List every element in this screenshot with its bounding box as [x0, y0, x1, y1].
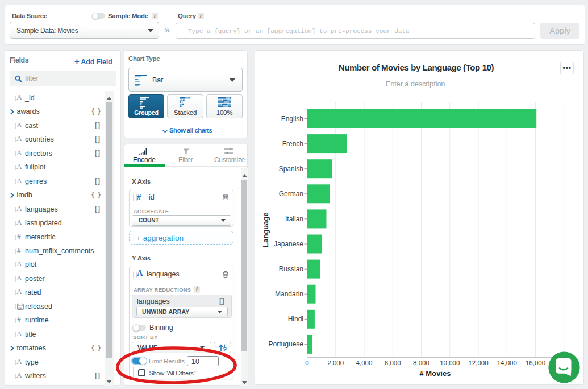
svg-text:10,000: 10,000 — [440, 359, 460, 366]
svg-text:16,000: 16,000 — [526, 359, 545, 366]
svg-text:English: English — [281, 115, 303, 123]
svg-text:French: French — [282, 140, 303, 148]
svg-text:German: German — [279, 190, 303, 198]
svg-text:2,000: 2,000 — [327, 359, 344, 366]
svg-text:14,000: 14,000 — [497, 359, 517, 366]
svg-text:Italian: Italian — [285, 215, 303, 223]
svg-text:Japanese: Japanese — [274, 240, 303, 248]
svg-text:0: 0 — [305, 359, 308, 366]
svg-text:Russian: Russian — [279, 265, 303, 273]
svg-text:Mandarin: Mandarin — [275, 290, 303, 298]
svg-text:Spanish: Spanish — [279, 165, 303, 173]
svg-text:Hindi: Hindi — [288, 315, 303, 323]
svg-text:12,000: 12,000 — [468, 359, 488, 366]
svg-text:4,000: 4,000 — [356, 359, 373, 366]
svg-text:Language: Language — [261, 212, 270, 247]
svg-text:8,000: 8,000 — [413, 359, 429, 366]
svg-text:6,000: 6,000 — [385, 359, 401, 366]
svg-text:Portuguese: Portuguese — [269, 340, 304, 348]
svg-text:# Movies: # Movies — [420, 369, 451, 378]
